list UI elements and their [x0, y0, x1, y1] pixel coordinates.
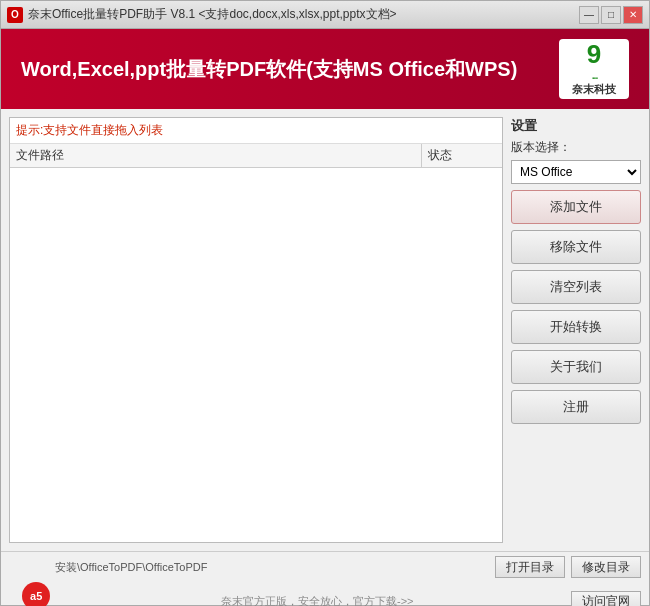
footer-path-area: 安装\OfficeToPDF\OfficeToPDF 打开目录 修改目录: [1, 552, 649, 580]
add-file-button[interactable]: 添加文件: [511, 190, 641, 224]
maximize-button[interactable]: □: [601, 6, 621, 24]
version-select[interactable]: MS Office WPS: [511, 160, 641, 184]
file-table-header: 文件路径 状态: [10, 144, 502, 168]
footer: 安装\OfficeToPDF\OfficeToPDF 打开目录 修改目录 a5 …: [1, 551, 649, 605]
title-bar-left: O 奈末Office批量转PDF助手 V8.1 <支持doc,docx,xls,…: [7, 6, 397, 23]
a5-label: a5: [30, 590, 42, 602]
remove-file-button[interactable]: 移除文件: [511, 230, 641, 264]
main-content: 提示:支持文件直接拖入列表 文件路径 状态 设置 版本选择： MS Office…: [1, 109, 649, 551]
about-us-button[interactable]: 关于我们: [511, 350, 641, 384]
minimize-button[interactable]: —: [579, 6, 599, 24]
settings-title: 设置: [511, 117, 641, 135]
file-table-body[interactable]: [10, 168, 502, 542]
app-title: Word,Excel,ppt批量转PDF软件(支持MS Office和WPS): [21, 56, 517, 83]
open-dir-button[interactable]: 打开目录: [495, 556, 565, 578]
a5-logo-area: a5 admin5.com: [9, 582, 63, 606]
logo-dots: ...: [591, 69, 597, 80]
window-controls: — □ ✕: [579, 6, 643, 24]
title-bar: O 奈末Office批量转PDF助手 V8.1 <支持doc,docx,xls,…: [1, 1, 649, 29]
drag-hint: 提示:支持文件直接拖入列表: [10, 118, 502, 144]
close-button[interactable]: ✕: [623, 6, 643, 24]
logo-number: 9: [587, 41, 601, 67]
install-path: 安装\OfficeToPDF\OfficeToPDF: [55, 560, 489, 575]
main-window: O 奈末Office批量转PDF助手 V8.1 <支持doc,docx,xls,…: [0, 0, 650, 606]
footer-bottom-row: a5 admin5.com 奈末官方正版，安全放心，官方下载->> 访问官网: [1, 580, 649, 606]
modify-dir-button[interactable]: 修改目录: [571, 556, 641, 578]
col-path-header: 文件路径: [10, 144, 422, 167]
settings-section: 设置 版本选择： MS Office WPS: [511, 117, 641, 184]
company-logo: 9 ... 奈末科技: [559, 39, 629, 99]
register-button[interactable]: 注册: [511, 390, 641, 424]
start-convert-button[interactable]: 开始转换: [511, 310, 641, 344]
file-list-panel: 提示:支持文件直接拖入列表 文件路径 状态: [9, 117, 503, 543]
logo-company-name: 奈末科技: [572, 82, 616, 97]
a5-icon: a5: [22, 582, 50, 606]
window-title: 奈末Office批量转PDF助手 V8.1 <支持doc,docx,xls,xl…: [28, 6, 397, 23]
copyright-text: 奈末官方正版，安全放心，官方下载->>: [63, 594, 571, 606]
a5-logo-group: a5 admin5.com: [9, 582, 63, 606]
visit-site-button[interactable]: 访问官网: [571, 591, 641, 607]
clear-list-button[interactable]: 清空列表: [511, 270, 641, 304]
footer-logo-space: [9, 556, 49, 578]
right-panel: 设置 版本选择： MS Office WPS 添加文件 移除文件 清空列表 开始…: [511, 117, 641, 543]
header-banner: Word,Excel,ppt批量转PDF软件(支持MS Office和WPS) …: [1, 29, 649, 109]
app-icon: O: [7, 7, 23, 23]
version-label: 版本选择：: [511, 139, 641, 156]
col-status-header: 状态: [422, 144, 502, 167]
